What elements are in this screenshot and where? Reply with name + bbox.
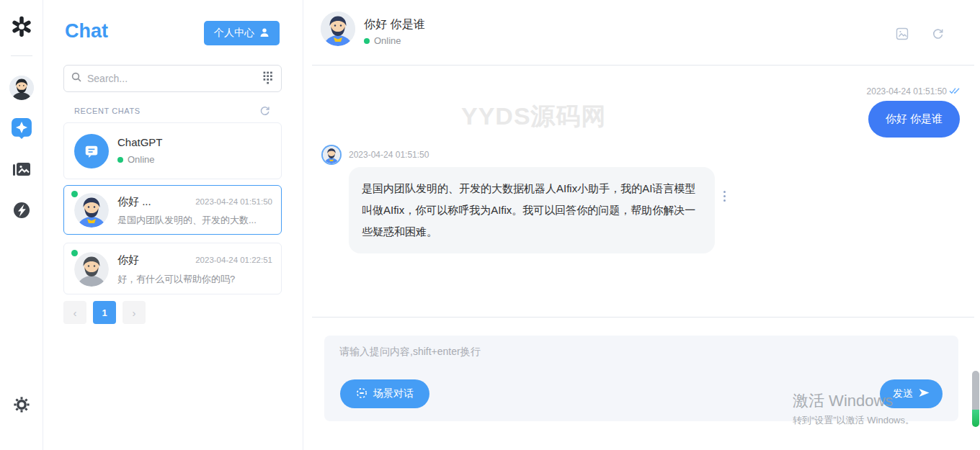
online-dot — [117, 157, 123, 163]
chat-item-preview: 好，有什么可以帮助你的吗? — [117, 273, 274, 286]
app-rail — [0, 0, 43, 450]
search-icon — [71, 72, 81, 85]
send-icon — [919, 388, 930, 400]
scene-dialog-button[interactable]: 场景对话 — [340, 379, 429, 408]
chat-list-panel: Chat 个人中心 RECENT CHATS — [43, 0, 303, 450]
online-label: Online — [128, 154, 155, 165]
settings-gear-icon[interactable] — [13, 396, 30, 416]
dialpad-grid-icon[interactable] — [262, 71, 274, 87]
chat-item-name: 你好 ... — [117, 195, 151, 209]
chat-item-name: ChatGPT — [117, 136, 163, 148]
scrollbar-green-segment — [972, 410, 979, 427]
search-box — [63, 65, 282, 92]
conversation-status: Online — [364, 35, 401, 46]
chat-item[interactable]: 你好 2023-04-24 01:22:51 好，有什么可以帮助你的吗? — [63, 243, 282, 294]
composer-divider — [312, 317, 974, 318]
scene-dialog-icon — [356, 387, 368, 401]
gallery-icon[interactable] — [12, 159, 32, 182]
conversation-area: 你好 你是谁 Online YYDS源码网 2023-04-24 01:51:5… — [303, 0, 980, 450]
outgoing-message-time: 2023-04-24 01:51:50 — [867, 86, 960, 96]
conversation-avatar — [321, 12, 355, 46]
page-current-button[interactable]: 1 — [93, 301, 116, 324]
pagination: ‹ 1 › — [63, 301, 146, 324]
page-prev-button[interactable]: ‹ — [63, 301, 86, 324]
online-dot — [364, 38, 370, 44]
message-input[interactable] — [339, 346, 844, 379]
chat-bubble-icon — [74, 134, 109, 168]
chat-item-preview: 是国内团队发明的、开发的大数... — [117, 214, 274, 227]
search-input[interactable] — [87, 73, 256, 84]
presence-dot — [71, 191, 78, 197]
openai-logo-icon[interactable] — [11, 16, 32, 40]
rail-user-avatar[interactable] — [9, 76, 34, 100]
scrollbar[interactable] — [972, 371, 979, 427]
chat-item-time: 2023-04-24 01:51:50 — [195, 197, 272, 206]
recent-chats-label: RECENT CHATS — [74, 107, 141, 115]
incoming-message-avatar — [323, 146, 340, 163]
timestamp-text: 2023-04-24 01:51:50 — [867, 86, 947, 96]
feather-icon[interactable] — [12, 200, 32, 223]
person-icon — [259, 27, 270, 40]
refresh-conversation-icon[interactable] — [932, 27, 944, 42]
composer: 场景对话 发送 — [324, 336, 958, 421]
chat-item-name: 你好 — [117, 253, 139, 267]
scrollbar-thumb[interactable] — [972, 371, 979, 410]
chat-item-time: 2023-04-24 01:22:51 — [195, 256, 272, 264]
spark-chat-icon[interactable] — [11, 117, 32, 142]
scene-dialog-label: 场景对话 — [373, 387, 414, 400]
chat-item-avatar — [74, 193, 109, 228]
send-button-label: 发送 — [893, 387, 913, 400]
rail-divider — [11, 55, 32, 56]
site-watermark: YYDS源码网 — [461, 100, 607, 133]
header-divider — [312, 65, 974, 66]
presence-dot — [71, 250, 78, 256]
refresh-chats-icon[interactable] — [259, 105, 270, 119]
image-icon[interactable] — [896, 27, 909, 43]
conversation-title: 你好 你是谁 — [364, 17, 424, 32]
outgoing-message-bubble: 你好 你是谁 — [868, 101, 960, 138]
profile-center-button[interactable]: 个人中心 — [204, 21, 280, 45]
online-label: Online — [374, 35, 401, 46]
chat-item-selected[interactable]: 你好 ... 2023-04-24 01:51:50 是国内团队发明的、开发的大… — [63, 185, 282, 235]
chat-item-avatar — [74, 252, 109, 287]
double-check-icon — [949, 86, 960, 96]
panel-title: Chat — [65, 20, 108, 42]
chat-item-status: Online — [117, 154, 155, 165]
profile-button-label: 个人中心 — [214, 27, 254, 40]
incoming-message-time: 2023-04-24 01:51:50 — [349, 150, 429, 160]
chat-item-chatgpt[interactable]: ChatGPT Online — [63, 122, 282, 179]
send-button[interactable]: 发送 — [880, 379, 943, 408]
incoming-message-bubble: 是国内团队发明的、开发的大数据机器人AIfix小助手，我的AI语言模型叫做AIf… — [349, 167, 715, 253]
page-next-button[interactable]: › — [122, 301, 146, 324]
message-menu-icon[interactable] — [723, 191, 726, 202]
